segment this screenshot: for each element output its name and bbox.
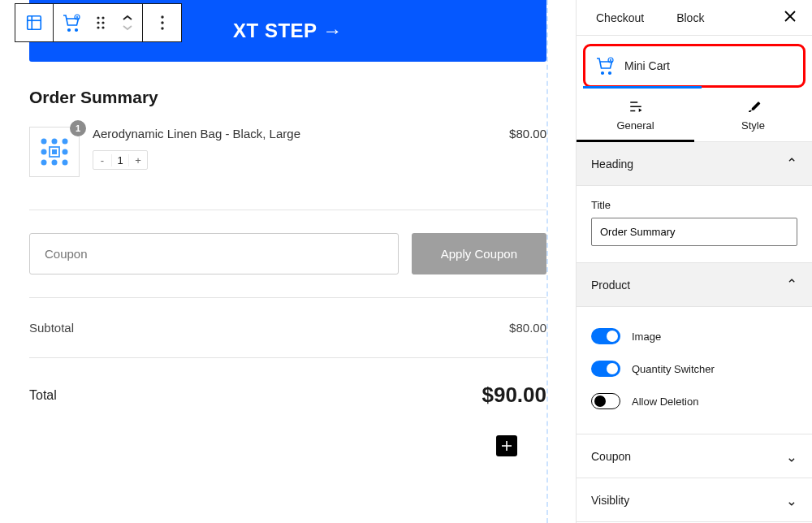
svg-point-12 <box>161 15 163 18</box>
product-name: Aerodynamic Linen Bag - Black, Large <box>93 127 496 140</box>
svg-point-15 <box>41 139 47 145</box>
brush-icon <box>746 100 761 115</box>
tab-style-label: Style <box>741 119 765 132</box>
svg-point-4 <box>75 29 77 32</box>
product-placeholder-icon <box>36 133 73 171</box>
settings-icon <box>628 100 643 115</box>
more-vert-icon <box>161 15 164 30</box>
layout-grid-button[interactable] <box>15 4 54 41</box>
divider <box>29 297 546 298</box>
cart-icon <box>595 56 615 76</box>
toggle-image-label: Image <box>632 331 661 343</box>
order-summary-block: Order Summary 1 Aerodynamic Linen Bag - … <box>29 88 546 408</box>
qty-value: 1 <box>111 154 129 166</box>
chevron-down-icon: ⌃ <box>786 491 797 508</box>
product-price: $80.00 <box>509 127 546 140</box>
svg-point-18 <box>41 149 47 155</box>
section-heading-title: Heading <box>591 158 633 171</box>
svg-point-8 <box>97 21 99 24</box>
editor-boundary <box>546 0 576 523</box>
divider <box>29 357 546 358</box>
section-visibility-title: Visiblity <box>591 494 629 507</box>
section-heading[interactable]: Heading ⌃ <box>577 142 812 186</box>
subtotal-label: Subtotal <box>29 321 74 335</box>
total-label: Total <box>29 388 57 403</box>
svg-point-10 <box>97 26 99 28</box>
chevron-down-icon[interactable] <box>122 24 133 31</box>
breadcrumb-label: Mini Cart <box>624 59 670 72</box>
close-icon <box>784 11 796 22</box>
section-visibility[interactable]: Visiblity ⌃ <box>577 478 812 522</box>
block-breadcrumb[interactable]: Mini Cart <box>583 44 806 88</box>
svg-point-29 <box>602 72 604 75</box>
svg-point-16 <box>52 139 58 145</box>
cart-icon <box>62 13 81 32</box>
tab-style[interactable]: Style <box>694 89 812 141</box>
coupon-row: Apply Coupon <box>29 233 546 274</box>
section-coupon[interactable]: Coupon ⌃ <box>577 434 812 478</box>
toggle-allow-deletion[interactable] <box>591 393 620 409</box>
sidebar-tab-block[interactable]: Block <box>668 0 712 36</box>
qty-increase-button[interactable]: + <box>129 154 147 166</box>
svg-rect-20 <box>52 149 57 154</box>
plus-icon <box>501 440 512 452</box>
svg-point-30 <box>609 72 611 75</box>
total-line: Total $90.00 <box>29 383 546 408</box>
toggle-qty-switcher-label: Quantity Switcher <box>632 363 715 375</box>
subtotal-value: $80.00 <box>509 321 546 335</box>
block-toolbar <box>15 3 182 42</box>
more-options-button[interactable] <box>143 4 181 41</box>
svg-point-6 <box>97 16 99 19</box>
next-step-text: XT STEP → <box>233 19 343 42</box>
total-value: $90.00 <box>482 383 546 408</box>
settings-tabs: General Style <box>577 89 812 142</box>
toggle-allow-deletion-label: Allow Deletion <box>632 395 698 408</box>
product-row: 1 Aerodynamic Linen Bag - Black, Large -… <box>29 127 546 177</box>
svg-point-3 <box>67 29 70 32</box>
chevron-down-icon: ⌃ <box>786 447 797 465</box>
block-type-button[interactable] <box>54 4 89 41</box>
add-block-button[interactable] <box>496 435 517 456</box>
title-field-label: Title <box>591 199 797 211</box>
product-qty-badge: 1 <box>70 120 86 136</box>
svg-point-24 <box>63 160 68 166</box>
drag-handle-icon <box>95 15 106 30</box>
sidebar-tab-checkout[interactable]: Checkout <box>588 0 652 36</box>
tab-general[interactable]: General <box>577 89 694 142</box>
order-summary-heading: Order Summary <box>29 88 546 107</box>
close-sidebar-button[interactable] <box>780 5 801 31</box>
title-input[interactable] <box>591 218 797 246</box>
svg-point-14 <box>161 27 163 29</box>
toggle-qty-switcher[interactable] <box>591 361 620 377</box>
divider <box>29 210 546 210</box>
section-product-title: Product <box>591 279 630 292</box>
svg-point-23 <box>52 160 58 166</box>
chevron-up-icon: ⌃ <box>786 276 797 293</box>
drag-handle[interactable] <box>89 4 113 41</box>
svg-point-21 <box>63 149 68 155</box>
apply-coupon-button[interactable]: Apply Coupon <box>412 233 546 274</box>
subtotal-line: Subtotal $80.00 <box>29 321 546 335</box>
section-heading-body: Title <box>577 186 812 263</box>
qty-decrease-button[interactable]: - <box>93 154 111 166</box>
svg-point-22 <box>41 160 47 166</box>
inspector-sidebar: Checkout Block Mini Cart General Style H… <box>577 0 812 523</box>
svg-point-9 <box>102 21 104 24</box>
toggle-row-allow-deletion: Allow Deletion <box>591 385 797 417</box>
grid-layout-icon <box>25 14 43 32</box>
svg-point-13 <box>161 21 163 24</box>
svg-rect-0 <box>28 16 41 30</box>
coupon-input[interactable] <box>29 233 399 274</box>
chevron-up-icon[interactable] <box>122 15 133 21</box>
toggle-row-qty-switcher: Quantity Switcher <box>591 352 797 385</box>
section-product-body: Image Quantity Switcher Allow Deletion <box>577 307 812 434</box>
chevron-up-icon: ⌃ <box>786 155 797 172</box>
quantity-stepper: - 1 + <box>93 150 148 170</box>
svg-point-7 <box>102 16 104 19</box>
section-product[interactable]: Product ⌃ <box>577 263 812 307</box>
section-coupon-title: Coupon <box>591 450 631 463</box>
svg-point-17 <box>63 139 68 145</box>
toggle-image[interactable] <box>591 328 620 344</box>
tab-general-label: General <box>616 119 654 132</box>
product-thumbnail[interactable]: 1 <box>29 127 80 177</box>
